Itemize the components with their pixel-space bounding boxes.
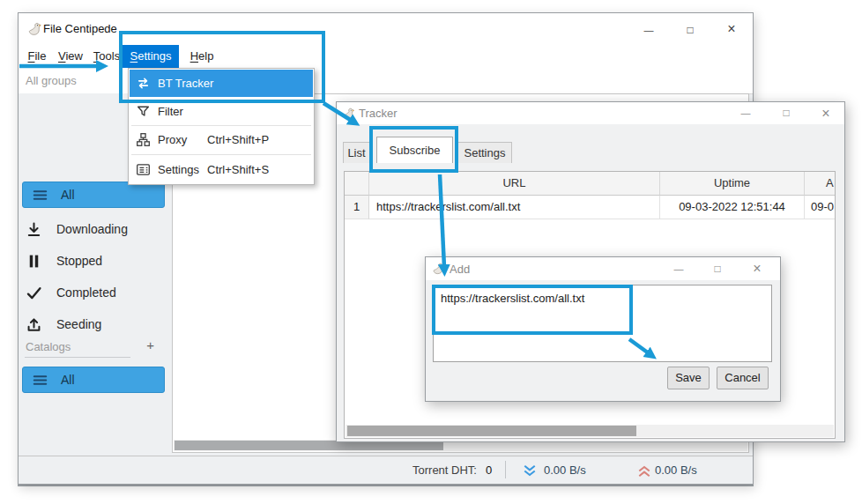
sidebar-item-label: Stopped: [56, 254, 102, 268]
maximize-icon[interactable]: □: [770, 102, 802, 124]
menu-separator: [131, 154, 311, 155]
add-dialog-title: Add: [450, 263, 470, 276]
status-separator: [505, 461, 506, 478]
menu-view[interactable]: View: [54, 45, 87, 68]
close-icon[interactable]: ×: [716, 17, 747, 41]
tracker-swap-icon: [136, 76, 151, 91]
table-cell-clipped[interactable]: 09-0: [805, 196, 836, 219]
maximize-icon[interactable]: □: [702, 257, 733, 280]
filter-icon: [136, 104, 151, 119]
table-cell-uptime[interactable]: 09-03-2022 12:51:44: [660, 196, 805, 219]
upload-speed-icon: [637, 464, 651, 478]
screenshot-canvas: File Centipede — □ × File View Tools Set…: [0, 0, 862, 504]
cancel-button[interactable]: Cancel: [717, 367, 769, 389]
close-icon[interactable]: ×: [810, 101, 842, 125]
app-logo-duck-icon: [27, 21, 42, 37]
torrent-dht-value: 0: [486, 463, 492, 477]
sidebar-item-downloading[interactable]: Downloading: [26, 218, 167, 241]
menu-help[interactable]: Help: [184, 45, 219, 68]
tracker-window-title: Tracker: [359, 107, 398, 120]
menu-shortcut: Ctrl+Shift+P: [207, 133, 269, 146]
menu-item-filter[interactable]: Filter: [130, 98, 313, 125]
minimize-icon[interactable]: —: [633, 19, 665, 41]
download-icon: [26, 221, 42, 238]
catalog-item-all[interactable]: All: [22, 367, 165, 393]
sidebar-item-label: Completed: [56, 285, 116, 300]
sidebar-item-stopped[interactable]: Stopped: [26, 249, 167, 272]
catalogs-label: Catalogs: [26, 340, 71, 353]
menu-item-proxy[interactable]: Proxy Ctrl+Shift+P: [130, 126, 313, 153]
table-row-number: 1: [345, 196, 369, 219]
tab-list[interactable]: List: [343, 142, 370, 163]
catalog-item-label: All: [61, 373, 75, 387]
tracker-url-input[interactable]: https://trackerslist.com/all.txt: [433, 285, 772, 362]
app-logo-duck-icon: [342, 107, 355, 121]
close-icon[interactable]: ×: [741, 256, 773, 281]
pause-icon: [26, 253, 42, 270]
catalogs-section: Catalogs +: [26, 338, 165, 354]
torrent-dht-label: Torrent DHT:: [412, 463, 477, 477]
menu-file[interactable]: File: [22, 45, 52, 68]
check-icon: [26, 285, 42, 301]
download-speed-value: 0.00 B/s: [544, 463, 586, 477]
add-catalog-button[interactable]: +: [146, 337, 154, 352]
sidebar-item-label: Downloading: [56, 222, 128, 236]
table-cell-url[interactable]: https://trackerslist.com/all.txt: [369, 196, 660, 219]
hamburger-icon: [32, 187, 48, 204]
horizontal-scrollbar[interactable]: [346, 425, 834, 437]
tracker-titlebar[interactable]: Tracker — □ ×: [337, 102, 844, 124]
add-dialog: Add — □ × https://trackerslist.com/all.t…: [425, 256, 781, 402]
add-dialog-titlebar[interactable]: Add — □ ×: [426, 257, 780, 280]
settings-dropdown-menu: BT Tracker Filter Proxy Ctrl+Shift+P Set…: [128, 68, 315, 185]
main-window-title: File Centipede: [43, 22, 117, 35]
divider: [25, 357, 130, 358]
column-header-rownum[interactable]: [345, 172, 369, 196]
menu-item-settings[interactable]: Settings Ctrl+Shift+S: [130, 156, 313, 183]
sidebar-item-completed[interactable]: Completed: [26, 281, 167, 304]
sidebar-item-label: Seeding: [56, 317, 101, 331]
hamburger-icon: [32, 372, 48, 389]
download-speed-icon: [523, 464, 537, 478]
sidebar-item-label: All: [61, 188, 75, 202]
minimize-icon[interactable]: —: [663, 257, 695, 280]
proxy-network-icon: [136, 132, 151, 147]
main-titlebar[interactable]: File Centipede — □ ×: [19, 13, 753, 45]
maximize-icon[interactable]: □: [674, 19, 706, 41]
column-header-uptime[interactable]: Uptime: [660, 172, 805, 196]
menu-tools[interactable]: Tools: [89, 45, 124, 68]
column-header-clipped[interactable]: A: [805, 172, 836, 196]
menu-settings-open[interactable]: Settings: [123, 45, 179, 68]
menu-shortcut: Ctrl+Shift+S: [207, 163, 269, 176]
column-header-url[interactable]: URL: [369, 172, 660, 196]
status-bar: Torrent DHT: 0 0.00 B/s 0.00 B/s: [19, 456, 753, 484]
settings-form-icon: [136, 162, 151, 177]
app-logo-duck-icon: [432, 262, 445, 276]
scrollbar-thumb[interactable]: [347, 426, 636, 436]
group-filter-label[interactable]: All groups: [26, 74, 77, 87]
tab-subscribe-active[interactable]: Subscribe: [376, 137, 453, 163]
save-button[interactable]: Save: [667, 367, 710, 389]
sidebar-item-all[interactable]: All: [22, 182, 165, 208]
tab-settings[interactable]: Settings: [457, 142, 512, 163]
upload-speed-value: 0.00 B/s: [655, 463, 697, 477]
menu-bar: File View Tools Settings Help: [19, 45, 753, 68]
menu-item-bt-tracker[interactable]: BT Tracker: [130, 70, 313, 97]
sidebar-item-seeding[interactable]: Seeding: [26, 313, 167, 336]
upload-icon: [26, 316, 42, 333]
minimize-icon[interactable]: —: [730, 102, 762, 124]
